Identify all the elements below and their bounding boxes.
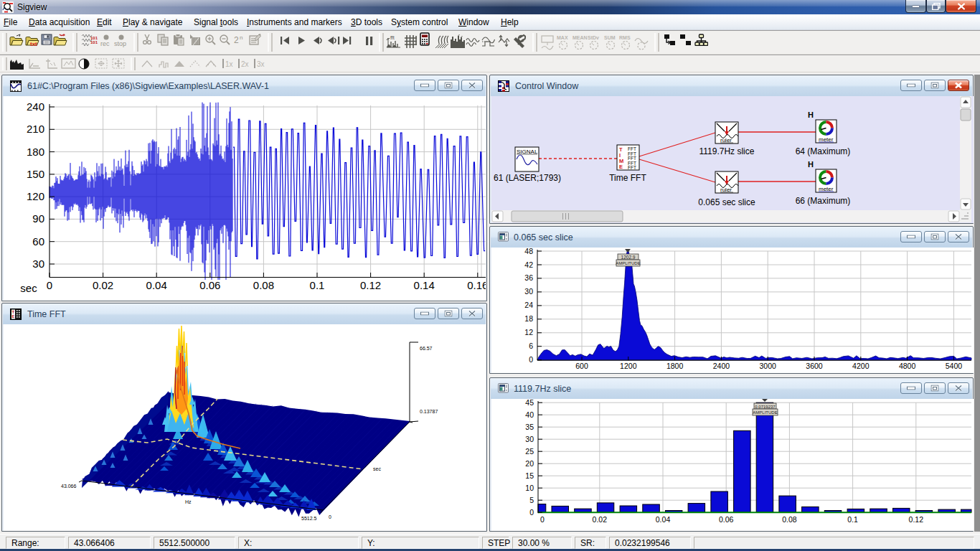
svg-text:4200: 4200 (852, 362, 870, 370)
svg-text:rec: rec (100, 40, 110, 47)
svg-text:25: 25 (525, 447, 534, 456)
svg-text:RMS: RMS (619, 35, 631, 40)
svg-text:43.066: 43.066 (61, 484, 77, 489)
svg-text:600: 600 (575, 362, 588, 370)
svg-text:30: 30 (524, 287, 533, 296)
svg-text:Hz: Hz (185, 499, 192, 504)
svg-text:15: 15 (525, 471, 534, 480)
svg-text:180: 180 (27, 146, 44, 158)
svg-text:240: 240 (27, 100, 44, 113)
svg-text:0: 0 (540, 515, 545, 524)
svg-text:3000: 3000 (760, 362, 777, 370)
svg-text:61 (LASER;1793): 61 (LASER;1793) (494, 173, 561, 183)
svg-text:0.08: 0.08 (782, 515, 797, 524)
svg-text:30: 30 (32, 258, 44, 270)
svg-text:FFT: FFT (628, 165, 636, 170)
svg-text:ruler: ruler (720, 187, 732, 193)
svg-text:18: 18 (524, 314, 533, 323)
svg-text:AMPLITUDE: AMPLITUDE (753, 410, 777, 415)
svg-text:0.1: 0.1 (310, 279, 325, 291)
svg-text:48: 48 (524, 248, 533, 255)
svg-text:n: n (240, 34, 242, 41)
svg-text:2400: 2400 (713, 362, 730, 370)
svg-text:stop: stop (114, 40, 126, 47)
svg-text:90: 90 (32, 212, 44, 225)
svg-text:0.12: 0.12 (360, 279, 381, 291)
svg-text:12: 12 (524, 328, 533, 336)
svg-text:5400: 5400 (946, 362, 963, 370)
svg-text:20: 20 (525, 459, 534, 468)
svg-text:0.0719237: 0.0719237 (755, 405, 776, 409)
svg-text:meter: meter (819, 186, 834, 192)
svg-text:meter: meter (819, 136, 834, 143)
svg-text:210: 210 (27, 123, 44, 135)
svg-text:0.04: 0.04 (656, 515, 671, 524)
svg-text:30: 30 (525, 435, 534, 443)
svg-text:101: 101 (90, 40, 98, 44)
svg-text:1x: 1x (225, 60, 233, 68)
svg-text:0.065 sec slice: 0.065 sec slice (698, 197, 755, 207)
svg-text:66 (Maximum): 66 (Maximum) (796, 196, 851, 206)
svg-text:ruler: ruler (720, 137, 732, 143)
svg-text:150: 150 (27, 168, 44, 180)
svg-text:64 (Maximum): 64 (Maximum) (796, 146, 851, 156)
svg-text:H: H (808, 110, 814, 119)
svg-text:0.02: 0.02 (93, 279, 113, 291)
svg-text:3x: 3x (257, 60, 265, 68)
svg-text:fft: fft (390, 35, 395, 40)
svg-text:3600: 3600 (806, 362, 823, 370)
svg-text:SUM: SUM (604, 35, 616, 40)
svg-text:StDv: StDv (588, 35, 599, 40)
svg-text:txt: txt (30, 41, 37, 47)
svg-text:1202.9: 1202.9 (621, 255, 636, 260)
svg-text:45: 45 (525, 399, 534, 407)
svg-text:0.12: 0.12 (909, 515, 924, 524)
svg-text:0: 0 (529, 508, 534, 517)
svg-text:1119.7Hz slice: 1119.7Hz slice (699, 146, 755, 156)
svg-text:42: 42 (524, 260, 533, 269)
svg-text:AMPLITUDE: AMPLITUDE (616, 261, 640, 265)
svg-text:0.1: 0.1 (847, 515, 858, 524)
svg-text:24: 24 (524, 301, 533, 309)
svg-text:0: 0 (329, 514, 331, 519)
svg-text:Time FFT: Time FFT (609, 173, 646, 183)
svg-text:SIGNAL: SIGNAL (517, 149, 538, 155)
svg-text:35: 35 (525, 423, 534, 431)
svg-text:6: 6 (529, 342, 533, 350)
svg-text:H: H (808, 160, 814, 169)
svg-text:0.16: 0.16 (467, 279, 486, 291)
svg-text:2x: 2x (241, 60, 249, 68)
svg-text:4800: 4800 (899, 362, 916, 370)
svg-text:MEAN: MEAN (573, 35, 588, 40)
svg-text:0.02: 0.02 (593, 515, 608, 524)
svg-text:2: 2 (234, 35, 239, 45)
svg-text:0: 0 (529, 355, 533, 364)
svg-text:0.04: 0.04 (146, 279, 167, 291)
svg-text:5512.5: 5512.5 (301, 516, 317, 521)
svg-text:0.06: 0.06 (719, 515, 734, 524)
svg-text:40: 40 (525, 410, 534, 419)
svg-text:1800: 1800 (666, 362, 684, 370)
svg-text:E: E (619, 164, 623, 170)
svg-text:sec: sec (20, 282, 37, 294)
svg-text:5: 5 (529, 496, 534, 504)
svg-text:sec: sec (373, 466, 381, 471)
svg-text:66.57: 66.57 (420, 346, 433, 351)
svg-text:0.13787: 0.13787 (420, 409, 438, 414)
svg-text:10: 10 (525, 484, 534, 492)
svg-text:0: 0 (47, 279, 52, 291)
svg-text:60: 60 (32, 235, 44, 248)
svg-text:0.08: 0.08 (253, 279, 274, 291)
svg-text:0.06: 0.06 (199, 279, 220, 291)
svg-text:0.14: 0.14 (414, 279, 435, 291)
svg-text:36: 36 (524, 273, 533, 282)
svg-text:120: 120 (27, 190, 44, 202)
svg-text:MAX: MAX (557, 35, 568, 40)
svg-text:1200: 1200 (620, 362, 637, 370)
svg-text:E: E (12, 314, 15, 319)
